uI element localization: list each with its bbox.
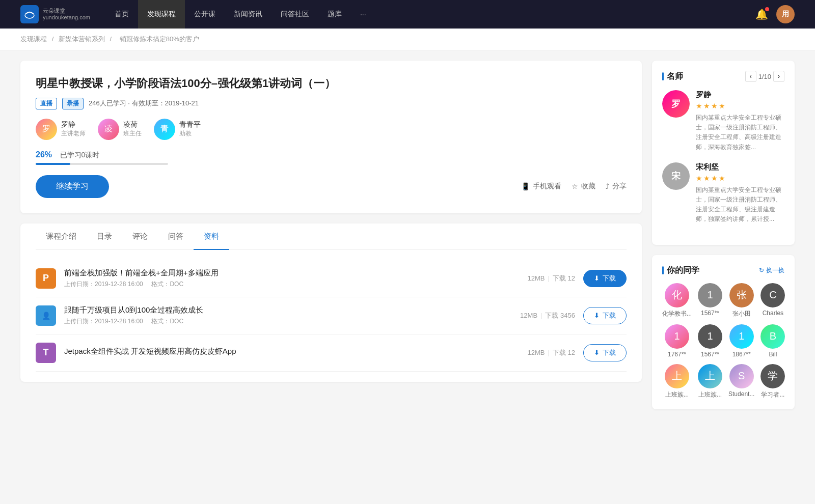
nav-item-news[interactable]: 新闻资讯 xyxy=(225,0,271,29)
classmate-item-0[interactable]: 化 化学教书... xyxy=(662,283,692,318)
tab-catalog[interactable]: 目录 xyxy=(87,223,122,249)
teachers-prev-button[interactable]: ‹ xyxy=(745,71,756,82)
file-info-1: 跟随千万级项目从0到100全过程高效成长 上传日期：2019-12-28 16:… xyxy=(64,305,512,326)
classmate-item-1[interactable]: 1 1567** xyxy=(698,283,722,318)
teacher-avatar-inner-1: 凌 xyxy=(98,119,119,140)
teacher-sidebar-avatar-inner-0: 罗 xyxy=(662,90,690,118)
nav-item-home[interactable]: 首页 xyxy=(105,0,138,29)
content-area: 明星中教授课，小学阶段语法100分–强化级第1讲动词（一） 直播 录播 246人… xyxy=(20,61,642,419)
star-icon: ☆ xyxy=(572,182,578,190)
classmate-name-7: Bill xyxy=(769,351,777,358)
classmates-grid: 化 化学教书... 1 1567** 张 张小田 xyxy=(662,283,784,399)
file-stats-0: 12MB | 下载 12 xyxy=(528,274,575,283)
classmate-item-2[interactable]: 张 张小田 xyxy=(728,283,754,318)
file-size-0: 12MB xyxy=(528,274,545,282)
course-title: 明星中教授课，小学阶段语法100分–强化级第1讲动词（一） xyxy=(36,76,627,92)
classmate-item-10[interactable]: S Student... xyxy=(728,364,754,399)
teacher-item-2: 青 青青平 助教 xyxy=(154,119,201,140)
nav-item-quiz[interactable]: 题库 xyxy=(318,0,351,29)
classmate-name-5: 1567** xyxy=(701,351,719,358)
classmate-name-0: 化学教书... xyxy=(662,310,692,318)
tab-qa[interactable]: 问答 xyxy=(158,223,194,249)
classmate-item-4[interactable]: 1 1767** xyxy=(662,324,692,358)
bell-button[interactable]: 🔔 xyxy=(755,8,768,20)
teacher-name-2: 青青平 xyxy=(179,120,201,129)
teacher-sidebar-item-1: 宋 宋利坚 ★ ★ ★ ★ 国内某重点大学安全工程专业硕士，国家一级注册消防工程… xyxy=(662,162,784,225)
collect-label: 收藏 xyxy=(581,182,595,191)
teacher-sidebar-name-0: 罗静 xyxy=(696,90,784,100)
classmate-item-3[interactable]: C Charles xyxy=(760,283,785,318)
classmate-item-11[interactable]: 学 学习者... xyxy=(760,364,785,399)
file-upload-date-0: 上传日期：2019-12-28 16:00 xyxy=(64,281,143,288)
file-downloads-2: 下载 12 xyxy=(553,348,575,357)
teacher-sidebar-info-0: 罗静 ★ ★ ★ ★ 国内某重点大学安全工程专业硕士，国家一级注册消防工程师、注… xyxy=(696,90,784,152)
breadcrumb-link-discover[interactable]: 发现课程 xyxy=(20,35,47,43)
teacher-item-0: 罗 罗静 主讲老师 xyxy=(36,119,86,140)
teacher-name-0: 罗静 xyxy=(61,120,86,129)
download-button-2[interactable]: ⬇ 下载 xyxy=(583,344,627,361)
file-name-2: Jetpack全组件实战 开发短视频应用高仿皮皮虾App xyxy=(64,347,520,356)
nav-item-discover[interactable]: 发现课程 xyxy=(138,0,185,29)
file-info-2: Jetpack全组件实战 开发短视频应用高仿皮皮虾App xyxy=(64,347,520,358)
classmate-item-9[interactable]: 上 上班族... xyxy=(698,364,722,399)
teachers-next-button[interactable]: › xyxy=(773,71,784,82)
progress-pct: 26% xyxy=(36,150,52,159)
classmates-card: 你的同学 ↻ 换一换 化 化学教书... 1 1567** xyxy=(652,255,795,409)
collect-button[interactable]: ☆ 收藏 xyxy=(572,182,595,191)
classmates-refresh-button[interactable]: ↻ 换一换 xyxy=(759,266,784,275)
svg-point-0 xyxy=(25,12,34,18)
nav-item-more[interactable]: ··· xyxy=(351,0,375,29)
teachers-page: 1/10 xyxy=(758,73,771,80)
teacher-avatar-0: 罗 xyxy=(36,119,57,140)
breadcrumb-current: 销冠修炼术搞定80%的客户 xyxy=(120,35,199,43)
mobile-watch-button[interactable]: 📱 手机观看 xyxy=(521,182,561,191)
nav-right: 🔔 用 xyxy=(755,5,795,23)
course-actions: 继续学习 📱 手机观看 ☆ 收藏 ⤴ 分享 xyxy=(36,175,627,198)
teacher-sidebar-item-0: 罗 罗静 ★ ★ ★ ★ 国内某重点大学安全工程专业硕士，国家一级注册消防工程师… xyxy=(662,90,784,152)
nav-item-open[interactable]: 公开课 xyxy=(185,0,225,29)
file-stats-2: 12MB | 下载 12 xyxy=(528,348,575,357)
classmate-avatar-11: 学 xyxy=(760,364,785,388)
classmate-item-8[interactable]: 上 上班族... xyxy=(662,364,692,399)
teachers-pagination: ‹ 1/10 › xyxy=(745,71,784,82)
teacher-role-1: 班主任 xyxy=(123,129,142,138)
tab-intro[interactable]: 课程介绍 xyxy=(36,223,87,249)
classmate-item-7[interactable]: B Bill xyxy=(760,324,785,358)
download-button-0[interactable]: ⬇ 下载 xyxy=(583,270,627,287)
file-sep-1: | xyxy=(540,312,542,319)
share-button[interactable]: ⤴ 分享 xyxy=(606,182,627,191)
breadcrumb-link-series[interactable]: 新媒体营销系列 xyxy=(59,35,105,43)
classmate-name-6: 1867** xyxy=(732,351,751,358)
nav-item-qa[interactable]: 问答社区 xyxy=(271,0,318,29)
teacher-role-2: 助教 xyxy=(179,129,201,138)
file-upload-date-1: 上传日期：2019-12-28 16:00 xyxy=(64,318,143,325)
teacher-avatar-2: 青 xyxy=(154,119,175,140)
action-btns: 📱 手机观看 ☆ 收藏 ⤴ 分享 xyxy=(521,182,627,191)
classmate-avatar-4: 1 xyxy=(665,324,689,349)
breadcrumb: 发现课程 / 新媒体营销系列 / 销冠修炼术搞定80%的客户 xyxy=(0,29,815,50)
classmate-item-6[interactable]: 1 1867** xyxy=(728,324,754,358)
teachers-sidebar-card: 名师 ‹ 1/10 › 罗 罗静 ★ ★ ★ ★ xyxy=(652,61,795,245)
file-icon-1: 👤 xyxy=(36,305,56,326)
share-label: 分享 xyxy=(612,182,627,191)
classmate-avatar-6: 1 xyxy=(729,324,754,349)
teachers-sidebar-header: 名师 ‹ 1/10 › xyxy=(662,71,784,82)
mobile-icon: 📱 xyxy=(521,182,530,190)
download-button-1[interactable]: ⬇ 下载 xyxy=(583,307,627,324)
teachers-sidebar-title: 名师 xyxy=(662,71,683,82)
teacher-item-1: 凌 凌荷 班主任 xyxy=(98,119,142,140)
continue-button[interactable]: 继续学习 xyxy=(36,175,109,198)
teacher-sidebar-desc-0: 国内某重点大学安全工程专业硕士，国家一级注册消防工程师、注册安全工程师、高级注册… xyxy=(696,113,784,152)
tab-comment[interactable]: 评论 xyxy=(122,223,158,249)
progress-study-label: 已学习0课时 xyxy=(60,151,100,159)
file-item-1: 👤 跟随千万级项目从0到100全过程高效成长 上传日期：2019-12-28 1… xyxy=(36,297,627,334)
teacher-stars-1: ★ ★ ★ ★ xyxy=(696,174,784,182)
logo-text: 云朵课堂 yundouketang.com xyxy=(43,8,90,21)
classmate-item-5[interactable]: 1 1567** xyxy=(698,324,722,358)
nav-items: 首页 发现课程 公开课 新闻资讯 问答社区 题库 ··· xyxy=(105,0,755,29)
share-icon: ⤴ xyxy=(606,182,609,190)
tab-materials[interactable]: 资料 xyxy=(194,223,229,249)
teacher-sidebar-avatar-0: 罗 xyxy=(662,90,690,118)
user-avatar-nav[interactable]: 用 xyxy=(776,5,795,23)
logo[interactable]: 云朵课堂 yundouketang.com xyxy=(20,5,90,23)
